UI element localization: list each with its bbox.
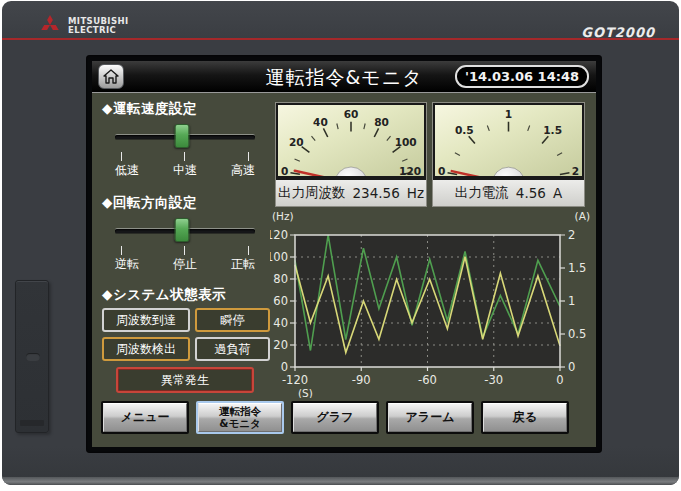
svg-text:100: 100 <box>395 136 417 148</box>
direction-section-title: ◆回転方向設定 <box>102 194 197 212</box>
svg-text:1.5: 1.5 <box>568 261 586 275</box>
current-readout-value: 4.56 <box>516 185 546 201</box>
svg-text:80: 80 <box>273 272 288 286</box>
svg-text:0: 0 <box>281 165 288 177</box>
brand-logo: MITSUBISHI ELECTRIC <box>38 15 128 36</box>
frequency-gauge-panel: 020406080100120 出力周波数 234.56 Hz <box>275 102 427 207</box>
trend-chart: 02040608010012000.511.52-120-90-60-300(H… <box>270 206 592 398</box>
bezel-accent-line <box>2 38 679 40</box>
frequency-readout-unit: Hz <box>407 185 424 201</box>
door-latch <box>26 353 40 361</box>
status-frequency-reached[interactable]: 周波数到達 <box>102 308 190 332</box>
datetime-display: '14.03.06 14:48 <box>455 65 589 88</box>
lcd-screen: 運転指令&モニタ '14.03.06 14:48 ◆運転速度設定 <box>92 61 596 447</box>
speed-label-mid: 中速 <box>159 162 211 179</box>
svg-text:1.5: 1.5 <box>543 124 562 137</box>
svg-text:(Hz): (Hz) <box>272 210 294 222</box>
svg-text:0: 0 <box>556 373 563 387</box>
svg-text:60: 60 <box>273 294 288 308</box>
home-button[interactable] <box>98 64 124 89</box>
current-readout-label: 出力電流 <box>455 184 509 202</box>
speed-label-high: 高速 <box>217 162 269 179</box>
svg-text:80: 80 <box>374 116 389 128</box>
frequency-readout-label: 出力周波数 <box>278 184 346 202</box>
status-frequency-detected[interactable]: 周波数検出 <box>102 337 190 361</box>
svg-text:40: 40 <box>273 316 288 330</box>
svg-text:-90: -90 <box>352 373 371 387</box>
speed-slider-handle[interactable] <box>175 124 190 148</box>
screen-content: ◆運転速度設定 低速 中速 高速 ◆回転方向設定 <box>92 94 596 447</box>
status-momentary-stop[interactable]: 瞬停 <box>195 308 270 332</box>
direction-label-reverse: 逆転 <box>101 256 153 273</box>
svg-text:0.5: 0.5 <box>455 124 474 137</box>
svg-text:0: 0 <box>568 360 575 374</box>
speed-section-title: ◆運転速度設定 <box>102 100 197 118</box>
current-readout-unit: A <box>553 185 562 201</box>
svg-text:100: 100 <box>270 250 288 264</box>
brand-text: MITSUBISHI ELECTRIC <box>68 17 128 35</box>
svg-text:120: 120 <box>270 228 288 242</box>
nav-alarm-button[interactable]: アラーム <box>386 401 474 434</box>
svg-text:20: 20 <box>273 338 288 352</box>
svg-text:120: 120 <box>399 165 421 177</box>
svg-text:0: 0 <box>281 360 288 374</box>
frequency-gauge: 020406080100120 <box>276 103 426 178</box>
frequency-readout-value: 234.56 <box>353 185 400 201</box>
direction-slider-handle[interactable] <box>175 218 190 242</box>
home-icon <box>103 69 119 84</box>
svg-text:1: 1 <box>568 294 575 308</box>
mitsubishi-mark-icon <box>38 15 62 36</box>
current-gauge: 00.511.52 <box>433 103 584 178</box>
current-readout: 出力電流 4.56 A <box>433 178 584 206</box>
speed-slider: 低速 中速 高速 <box>115 122 255 176</box>
svg-text:40: 40 <box>313 116 328 128</box>
svg-text:60: 60 <box>344 108 359 120</box>
device-bottom-edge <box>2 477 679 485</box>
nav-menu-button[interactable]: メニュー <box>101 401 189 434</box>
nav-button-row: メニュー 運転指令 &モニタ グラフ アラーム 戻る <box>101 401 587 434</box>
status-section-title: ◆システム状態表示 <box>102 286 226 304</box>
svg-text:(A): (A) <box>575 210 590 222</box>
nav-operation-monitor-button[interactable]: 運転指令 &モニタ <box>196 401 284 434</box>
door-label <box>20 420 44 426</box>
svg-text:-120: -120 <box>282 373 308 387</box>
current-gauge-panel: 00.511.52 出力電流 4.56 A <box>432 102 585 207</box>
svg-text:2: 2 <box>572 165 579 178</box>
status-error-occurred[interactable]: 異常発生 <box>116 367 254 393</box>
svg-text:0.5: 0.5 <box>568 327 586 341</box>
svg-text:2: 2 <box>568 228 575 242</box>
direction-slider: 逆転 停止 正転 <box>115 216 255 270</box>
svg-text:(S): (S) <box>298 387 313 398</box>
direction-slider-ticks <box>115 246 255 256</box>
interface-cover-door[interactable] <box>15 280 49 433</box>
lcd-screen-frame: 運転指令&モニタ '14.03.06 14:48 ◆運転速度設定 <box>86 55 602 453</box>
frequency-readout: 出力周波数 234.56 Hz <box>276 178 426 206</box>
svg-text:-30: -30 <box>484 373 503 387</box>
svg-text:1: 1 <box>505 108 512 121</box>
svg-text:-60: -60 <box>418 373 437 387</box>
svg-text:0: 0 <box>438 165 445 178</box>
svg-text:20: 20 <box>289 136 304 148</box>
nav-graph-button[interactable]: グラフ <box>291 401 379 434</box>
direction-label-forward: 正転 <box>217 256 269 273</box>
direction-label-stop: 停止 <box>159 256 211 273</box>
status-overload[interactable]: 過負荷 <box>195 337 270 361</box>
nav-back-button[interactable]: 戻る <box>481 401 569 434</box>
speed-slider-ticks <box>115 152 255 162</box>
speed-label-low: 低速 <box>101 162 153 179</box>
hmi-device-bezel: MITSUBISHI ELECTRIC GOT2000 運転指令&モニタ '14… <box>2 1 679 485</box>
brand-line2: ELECTRIC <box>68 26 128 35</box>
